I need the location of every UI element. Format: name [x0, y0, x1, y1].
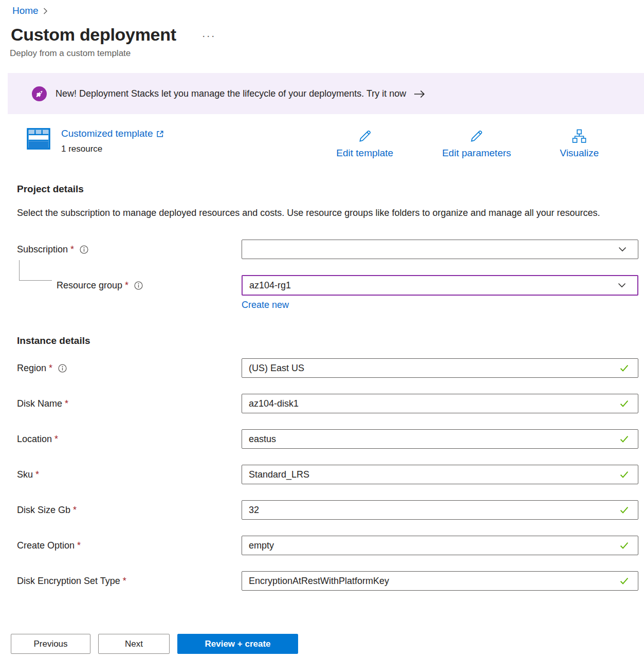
template-text: Customized template 1 resource: [61, 127, 164, 154]
location-label: Location: [17, 434, 52, 445]
project-details-form: Subscription * Reso: [17, 240, 638, 310]
region-input[interactable]: (US) East US: [242, 358, 638, 378]
chevron-down-icon: [618, 247, 627, 252]
resource-group-value: az104-rg1: [249, 280, 291, 291]
subscription-select[interactable]: [242, 240, 638, 259]
hierarchy-icon: [572, 129, 587, 144]
edit-parameters-label: Edit parameters: [442, 148, 511, 159]
sku-value: Standard_LRS: [249, 469, 309, 480]
title-row: Custom deployment ···: [11, 25, 644, 45]
create-option-label-group: Create Option *: [17, 540, 242, 551]
next-button[interactable]: Next: [98, 634, 170, 654]
review-create-button[interactable]: Review + create: [177, 634, 298, 654]
instance-details-heading: Instance details: [17, 335, 644, 346]
required-asterisk: *: [73, 505, 77, 516]
disk-size-value: 32: [249, 505, 259, 516]
required-asterisk: *: [70, 244, 74, 255]
sku-label: Sku: [17, 469, 33, 480]
external-link-icon: [156, 130, 164, 138]
breadcrumb: Home: [0, 0, 644, 16]
info-icon[interactable]: [80, 245, 88, 254]
location-input[interactable]: eastus: [242, 429, 638, 449]
disk-encryption-set-type-label: Disk Encryption Set Type: [17, 576, 120, 587]
project-details-heading: Project details: [17, 184, 644, 195]
custom-deployment-page: Home Custom deployment ··· Deploy from a…: [0, 0, 644, 658]
disk-name-label-group: Disk Name *: [17, 398, 242, 409]
required-asterisk: *: [125, 280, 128, 291]
edit-template-button[interactable]: Edit template: [336, 129, 393, 159]
disk-name-input[interactable]: az104-disk1: [242, 394, 638, 413]
visualize-label: Visualize: [560, 148, 599, 159]
disk-encryption-set-type-input-col: EncryptionAtRestWithPlatformKey: [242, 571, 638, 591]
valid-checkmark-icon: [620, 400, 629, 407]
arrow-right-icon: [414, 90, 425, 98]
page-subtitle: Deploy from a custom template: [10, 48, 644, 59]
required-asterisk: *: [54, 434, 58, 445]
create-new-link[interactable]: Create new: [242, 300, 289, 310]
resource-group-row: Resource group * az104-rg1: [17, 275, 638, 296]
location-row: Location * eastus: [17, 429, 638, 449]
disk-name-value: az104-disk1: [249, 398, 299, 409]
edit-parameters-button[interactable]: Edit parameters: [442, 129, 511, 159]
region-label: Region: [17, 363, 46, 374]
project-details-description: Select the subscription to manage deploy…: [17, 205, 619, 221]
create-option-input[interactable]: empty: [242, 536, 638, 555]
disk-size-label: Disk Size Gb: [17, 505, 70, 516]
template-info: Customized template 1 resource: [27, 127, 164, 154]
subscription-label-group: Subscription *: [17, 244, 242, 255]
sku-row: Sku * Standard_LRS: [17, 465, 638, 484]
template-name: Customized template: [61, 128, 153, 139]
subscription-input-col: [242, 240, 638, 259]
disk-encryption-set-type-input[interactable]: EncryptionAtRestWithPlatformKey: [242, 571, 638, 591]
required-asterisk: *: [35, 469, 39, 480]
template-actions: Edit template Edit parameters Visualize: [336, 129, 599, 159]
required-asterisk: *: [123, 576, 126, 587]
region-input-col: (US) East US: [242, 358, 638, 378]
sku-label-group: Sku *: [17, 469, 242, 480]
tree-connector: [19, 260, 52, 281]
more-options-button[interactable]: ···: [202, 29, 216, 42]
required-asterisk: *: [65, 398, 68, 409]
pencil-icon: [357, 129, 373, 144]
resource-group-input-col: az104-rg1: [242, 275, 638, 296]
customized-template-link[interactable]: Customized template: [61, 128, 164, 139]
location-input-col: eastus: [242, 429, 638, 449]
breadcrumb-home-link[interactable]: Home: [12, 5, 39, 16]
previous-button[interactable]: Previous: [11, 634, 90, 654]
sku-input[interactable]: Standard_LRS: [242, 465, 638, 484]
footer-action-bar: Previous Next Review + create: [0, 623, 644, 658]
disk-name-row: Disk Name * az104-disk1: [17, 394, 638, 413]
deployment-stacks-banner[interactable]: New! Deployment Stacks let you manage th…: [8, 73, 644, 114]
create-option-label: Create Option: [17, 540, 75, 551]
location-label-group: Location *: [17, 434, 242, 445]
breadcrumb-chevron-icon: [43, 8, 48, 14]
page-title: Custom deployment: [11, 25, 176, 45]
disk-encryption-set-type-label-group: Disk Encryption Set Type *: [17, 576, 242, 587]
subscription-label: Subscription: [17, 244, 68, 255]
disk-size-input-col: 32: [242, 500, 638, 520]
chevron-down-icon: [618, 283, 626, 288]
disk-name-input-col: az104-disk1: [242, 394, 638, 413]
info-icon[interactable]: [134, 281, 143, 290]
location-value: eastus: [249, 434, 276, 445]
subscription-row: Subscription *: [17, 240, 638, 259]
resource-group-label: Resource group: [57, 280, 122, 291]
rocket-icon: [32, 86, 47, 101]
banner-message: New! Deployment Stacks let you manage th…: [56, 88, 406, 99]
disk-name-label: Disk Name: [17, 398, 62, 409]
instance-details-form: Region * (US) East US Disk: [17, 358, 638, 591]
valid-checkmark-icon: [620, 506, 629, 514]
template-row: Customized template 1 resource Edit temp…: [27, 127, 644, 159]
template-icon: [27, 127, 50, 154]
info-icon[interactable]: [58, 364, 67, 373]
visualize-button[interactable]: Visualize: [560, 129, 599, 159]
resource-count: 1 resource: [61, 144, 164, 154]
region-row: Region * (US) East US: [17, 358, 638, 378]
region-value: (US) East US: [249, 363, 304, 374]
disk-size-label-group: Disk Size Gb *: [17, 505, 242, 516]
valid-checkmark-icon: [620, 577, 629, 584]
disk-size-input[interactable]: 32: [242, 500, 638, 520]
resource-group-label-group: Resource group *: [17, 280, 242, 291]
resource-group-select[interactable]: az104-rg1: [242, 275, 638, 296]
disk-encryption-set-type-value: EncryptionAtRestWithPlatformKey: [249, 576, 389, 587]
